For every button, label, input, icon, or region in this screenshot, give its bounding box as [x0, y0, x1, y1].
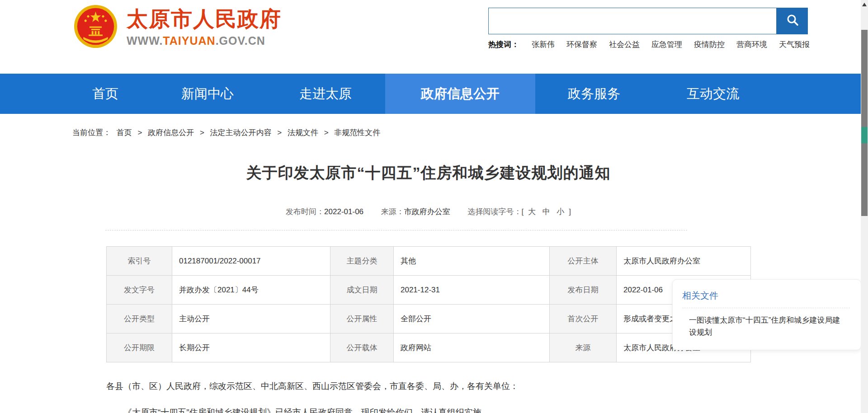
table-row: 公开类型 主动公开 公开属性 全部公开 首次公开 形成或者变更之日 — [107, 305, 751, 333]
scrollbar-marker — [861, 127, 868, 143]
meta-value-disclosure-type: 主动公开 — [172, 305, 330, 333]
hot-search-term[interactable]: 张新伟 — [532, 39, 555, 50]
table-row: 公开期限 长期公开 公开载体 政府网站 来源 太原市人民政府办公室 — [107, 333, 751, 362]
vertical-scrollbar[interactable] — [861, 0, 868, 413]
hot-search-term[interactable]: 营商环境 — [736, 39, 767, 50]
breadcrumb-link-home[interactable]: 首页 — [117, 128, 132, 137]
meta-label-disclosure-period: 公开期限 — [107, 333, 172, 362]
nav-item-interaction[interactable]: 互动交流 — [663, 74, 763, 114]
publish-time-label: 发布时间： — [286, 207, 324, 216]
fontsize-option-medium[interactable]: 中 — [542, 207, 550, 216]
site-url-highlight: TAIYUAN — [163, 34, 215, 47]
fontsize-option-large[interactable]: 大 — [528, 207, 536, 216]
fontsize-bracket-close: ] — [569, 207, 571, 216]
meta-label-publish-date: 发布日期 — [550, 276, 617, 305]
meta-label-source: 来源 — [550, 333, 617, 362]
nav-item-about-taiyuan[interactable]: 走进太原 — [276, 74, 375, 114]
fontsize-bracket-open: [ — [522, 207, 524, 216]
nav-item-news[interactable]: 新闻中心 — [158, 74, 257, 114]
breadcrumb: 当前位置： 首页 > 政府信息公开 > 法定主动公开内容 > 法规文件 > 非规… — [72, 127, 380, 138]
source-value: 市政府办公室 — [404, 207, 450, 216]
meta-value-written-date: 2021-12-31 — [394, 276, 550, 305]
breadcrumb-label: 当前位置： — [72, 128, 111, 137]
meta-value-topic-category: 其他 — [394, 247, 550, 276]
search-input[interactable] — [488, 8, 777, 34]
meta-label-disclosure-attribute: 公开属性 — [330, 305, 394, 333]
meta-label-topic-category: 主题分类 — [330, 247, 394, 276]
search-button[interactable] — [777, 8, 808, 34]
search-icon — [785, 13, 800, 29]
main-nav: 首页 新闻中心 走进太原 政府信息公开 政务服务 互动交流 — [0, 74, 868, 114]
meta-label-disclosure-entity: 公开主体 — [550, 247, 617, 276]
site-header: 太原市人民政府 WWW.TAIYUAN.GOV.CN 热搜词： 张新伟 — [0, 0, 868, 74]
meta-value-disclosure-attribute: 全部公开 — [394, 305, 550, 333]
breadcrumb-separator: > — [137, 128, 142, 137]
body-paragraph-intro: 《太原市“十四五”住房和城乡建设规划》已经市人民政府同意，现印发给你们，请认真组… — [123, 407, 720, 413]
hot-search-term[interactable]: 社会公益 — [609, 39, 640, 50]
publish-time-value: 2022-01-06 — [324, 207, 363, 216]
breadcrumb-separator: > — [324, 128, 329, 137]
dashed-divider — [105, 230, 687, 230]
nav-item-gov-info-disclosure[interactable]: 政府信息公开 — [385, 74, 535, 114]
nav-item-gov-services[interactable]: 政务服务 — [544, 74, 644, 114]
site-url-suffix: .GOV.CN — [216, 34, 265, 47]
meta-label-disclosure-type: 公开类型 — [107, 305, 172, 333]
publish-info: 发布时间：2022-01-06 来源：市政府办公室 选择阅读字号：[ 大 中 小… — [106, 206, 750, 217]
table-row: 索引号 012187001/2022-00017 主题分类 其他 公开主体 太原… — [107, 247, 751, 276]
fontsize-option-small[interactable]: 小 — [557, 207, 564, 216]
source-label: 来源： — [381, 207, 404, 216]
hot-search-label: 热搜词： — [488, 39, 519, 50]
meta-label-disclosure-carrier: 公开载体 — [330, 333, 394, 362]
breadcrumb-link-gov-info[interactable]: 政府信息公开 — [148, 128, 194, 137]
meta-label-doc-number: 发文字号 — [107, 276, 172, 305]
site-brand[interactable]: 太原市人民政府 WWW.TAIYUAN.GOV.CN — [127, 6, 282, 47]
fontsize-label: 选择阅读字号： — [468, 207, 522, 216]
article-title: 关于印发太原市“十四五”住房和城乡建设规划的通知 — [106, 163, 750, 183]
meta-value-disclosure-period: 长期公开 — [172, 333, 330, 362]
site-title: 太原市人民政府 — [127, 6, 282, 32]
related-document-link[interactable]: 一图读懂太原市“十四五”住房和城乡建设局建设规划 — [689, 314, 840, 338]
breadcrumb-link-non-normative-docs[interactable]: 非规范性文件 — [334, 128, 380, 137]
hot-search-term[interactable]: 应急管理 — [651, 39, 682, 50]
breadcrumb-link-regulations[interactable]: 法规文件 — [288, 128, 318, 137]
related-divider — [682, 308, 850, 308]
breadcrumb-link-statutory-disclosure[interactable]: 法定主动公开内容 — [210, 128, 272, 137]
hot-search-term[interactable]: 疫情防控 — [694, 39, 725, 50]
site-url: WWW.TAIYUAN.GOV.CN — [127, 34, 282, 47]
scrollbar-thumb[interactable] — [861, 30, 868, 216]
site-url-prefix: WWW. — [127, 34, 163, 47]
meta-label-index-number: 索引号 — [107, 247, 172, 276]
breadcrumb-separator: > — [277, 128, 282, 137]
scrollbar-up-arrow-icon[interactable] — [862, 3, 867, 6]
hot-search-term[interactable]: 天气预报 — [779, 39, 810, 50]
meta-value-index-number: 012187001/2022-00017 — [172, 247, 330, 276]
hot-search-term[interactable]: 环保督察 — [566, 39, 597, 50]
body-paragraph-recipients: 各县（市、区）人民政府，综改示范区、中北高新区、西山示范区管委会，市直各委、局、… — [106, 380, 721, 392]
breadcrumb-separator: > — [200, 128, 204, 137]
document-meta-table: 索引号 012187001/2022-00017 主题分类 其他 公开主体 太原… — [106, 246, 751, 362]
meta-value-disclosure-entity: 太原市人民政府办公室 — [617, 247, 751, 276]
related-documents-panel: 相关文件 一图读懂太原市“十四五”住房和城乡建设局建设规划 — [672, 279, 861, 350]
meta-label-first-disclosure: 首次公开 — [550, 305, 617, 333]
meta-label-written-date: 成文日期 — [330, 276, 394, 305]
meta-value-doc-number: 并政办发〔2021〕44号 — [172, 276, 330, 305]
related-documents-title: 相关文件 — [682, 290, 850, 302]
meta-value-disclosure-carrier: 政府网站 — [394, 333, 550, 362]
search-area: 热搜词： 张新伟 环保督察 社会公益 应急管理 疫情防控 营商环境 天气预报 — [488, 8, 823, 50]
nav-item-home[interactable]: 首页 — [65, 74, 146, 114]
table-row: 发文字号 并政办发〔2021〕44号 成文日期 2021-12-31 发布日期 … — [107, 276, 751, 305]
page: 太原市人民政府 WWW.TAIYUAN.GOV.CN 热搜词： 张新伟 — [0, 0, 868, 413]
national-emblem-logo-icon — [74, 5, 118, 48]
hot-search-row: 热搜词： 张新伟 环保督察 社会公益 应急管理 疫情防控 营商环境 天气预报 — [488, 39, 823, 50]
